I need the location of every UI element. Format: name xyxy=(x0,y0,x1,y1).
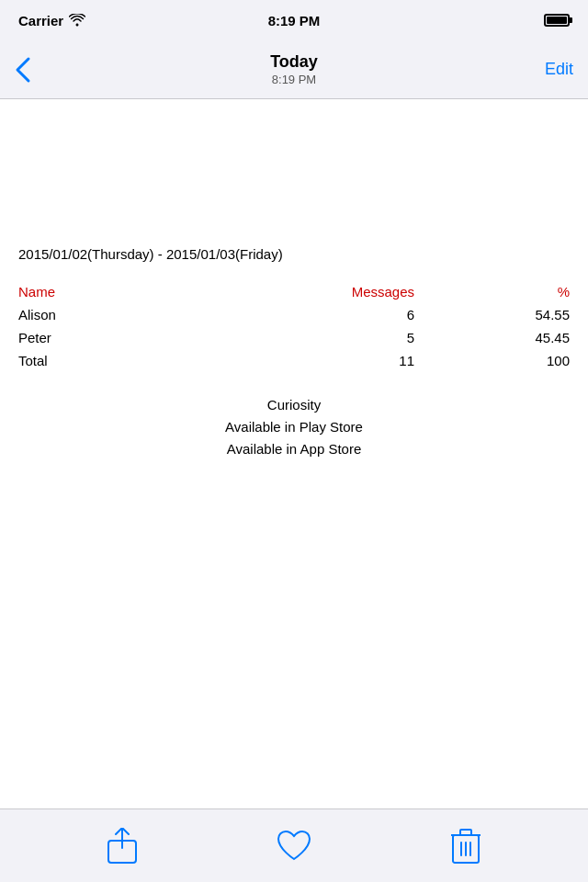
footer-text: Curiosity Available in Play Store Availa… xyxy=(18,394,570,460)
footer-line2: Available in Play Store xyxy=(18,416,570,438)
status-battery xyxy=(544,14,570,27)
bottom-toolbar xyxy=(0,808,588,882)
status-bar: Carrier 8:19 PM xyxy=(0,0,588,40)
cell-name: Alison xyxy=(18,303,128,326)
table-row: Total11100 xyxy=(18,349,570,372)
nav-title-block: Today 8:19 PM xyxy=(270,52,318,86)
date-range: 2015/01/02(Thursday) - 2015/01/03(Friday… xyxy=(18,246,570,262)
status-time: 8:19 PM xyxy=(268,13,321,28)
cell-percent: 100 xyxy=(469,349,570,372)
trash-icon xyxy=(451,828,481,865)
battery-icon xyxy=(544,14,570,27)
nav-bar: Today 8:19 PM Edit xyxy=(0,40,588,99)
cell-percent: 54.55 xyxy=(469,303,570,326)
table-header-row: Name Messages % xyxy=(18,280,570,303)
cell-percent: 45.45 xyxy=(469,326,570,349)
share-icon xyxy=(107,828,138,865)
footer-line3: Available in App Store xyxy=(18,438,570,460)
cell-messages: 6 xyxy=(128,303,469,326)
cell-name: Peter xyxy=(18,326,128,349)
stats-table: Name Messages % Alison654.55Peter545.45T… xyxy=(18,280,570,372)
edit-button[interactable]: Edit xyxy=(545,60,573,79)
col-header-name: Name xyxy=(18,280,128,303)
heart-icon xyxy=(277,830,311,863)
wifi-icon xyxy=(69,14,85,27)
table-row: Peter545.45 xyxy=(18,326,570,349)
favorite-button[interactable] xyxy=(271,823,317,869)
cell-name: Total xyxy=(18,349,128,372)
svg-rect-3 xyxy=(460,830,471,835)
table-row: Alison654.55 xyxy=(18,303,570,326)
main-content: 2015/01/02(Thursday) - 2015/01/03(Friday… xyxy=(0,99,588,808)
cell-messages: 11 xyxy=(128,349,469,372)
cell-messages: 5 xyxy=(128,326,469,349)
nav-title: Today xyxy=(270,52,318,73)
footer-line1: Curiosity xyxy=(18,394,570,416)
share-button[interactable] xyxy=(99,823,145,869)
chevron-left-icon xyxy=(15,56,31,84)
delete-button[interactable] xyxy=(443,823,489,869)
status-carrier: Carrier xyxy=(18,13,85,28)
back-button[interactable] xyxy=(15,56,31,84)
nav-subtitle: 8:19 PM xyxy=(270,73,318,87)
col-header-messages: Messages xyxy=(128,280,469,303)
col-header-percent: % xyxy=(469,280,570,303)
